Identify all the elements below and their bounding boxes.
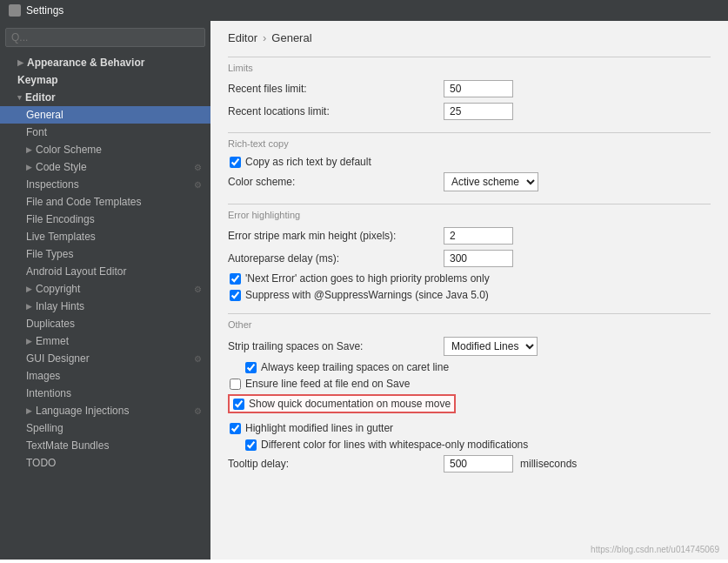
different-color-row: Different color for lines with whitespac… [228, 439, 711, 451]
settings-icon: ⚙ [194, 180, 202, 190]
sidebar-item-livetemplates[interactable]: Live Templates [0, 228, 210, 245]
error-highlighting-title: Error highlighting [228, 210, 711, 220]
recent-files-row: Recent files limit: [228, 80, 711, 97]
strip-trailing-label: Strip trailing spaces on Save: [228, 340, 437, 352]
next-error-checkbox[interactable] [230, 273, 241, 285]
sidebar-item-label: Code Style [36, 161, 87, 173]
tooltip-delay-unit: milliseconds [520, 458, 577, 470]
title-bar-text: Settings [26, 4, 63, 17]
sidebar-item-label: File Encodings [26, 213, 95, 225]
sidebar-item-inlayhints[interactable]: ▶Inlay Hints [0, 298, 210, 315]
suppress-row: Suppress with @SuppressWarnings (since J… [228, 289, 711, 301]
sidebar-item-label: Intentions [26, 387, 71, 399]
chevron-icon: ▶ [26, 145, 32, 154]
settings-icon: ⚙ [194, 354, 202, 364]
sidebar-item-label: Keymap [17, 74, 58, 86]
search-input[interactable] [5, 28, 205, 47]
sidebar-item-filecodetemplates[interactable]: File and Code Templates [0, 193, 210, 211]
show-quick-doc-label: Show quick documentation on mouse move [249, 398, 451, 410]
copy-as-rich-text-label: Copy as rich text by default [245, 156, 371, 168]
strip-trailing-row: Strip trailing spaces on Save: Modified … [228, 337, 711, 356]
different-color-label: Different color for lines with whitespac… [261, 439, 528, 451]
app-icon [9, 4, 21, 17]
sidebar-item-guidesigner[interactable]: GUI Designer⚙ [0, 350, 210, 367]
sidebar-item-colorscheme[interactable]: ▶Color Scheme [0, 141, 210, 158]
ensure-line-feed-row: Ensure line feed at file end on Save [228, 378, 711, 390]
tooltip-delay-input[interactable] [444, 455, 513, 473]
sidebar-item-label: Images [26, 370, 60, 382]
sidebar-item-label: Editor [25, 91, 56, 104]
chevron-icon: ▶ [26, 302, 32, 311]
sidebar-item-font[interactable]: Font [0, 124, 210, 141]
limits-section: Limits Recent files limit: Recent locati… [228, 57, 711, 120]
sidebar-item-inspections[interactable]: Inspections⚙ [0, 176, 210, 193]
error-stripe-input[interactable] [444, 227, 513, 245]
strip-trailing-select[interactable]: Modified Lines All None [444, 337, 538, 356]
sidebar-item-emmet[interactable]: ▶Emmet [0, 332, 210, 350]
copy-as-rich-text-row: Copy as rich text by default [228, 156, 711, 168]
sidebar-item-label: Color Scheme [36, 144, 102, 156]
autoreparse-row: Autoreparse delay (ms): [228, 250, 711, 267]
sidebar-item-label: File Types [26, 248, 73, 260]
error-stripe-row: Error stripe mark min height (pixels): [228, 227, 711, 245]
breadcrumb-part2: General [271, 31, 311, 44]
sidebar-item-label: General [26, 109, 63, 121]
color-scheme-select[interactable]: Active scheme Default [444, 172, 538, 191]
sidebar-item-label: Inspections [26, 178, 79, 191]
sidebar-item-languageinjections[interactable]: ▶Language Injections⚙ [0, 402, 210, 419]
sidebar-item-codestyle[interactable]: ▶Code Style⚙ [0, 158, 210, 176]
chevron-icon: ▶ [26, 406, 32, 415]
sidebar-item-label: Font [26, 126, 47, 138]
sidebar-item-textmatebundles[interactable]: TextMate Bundles [0, 437, 210, 454]
sidebar-item-androidlayout[interactable]: Android Layout Editor [0, 263, 210, 280]
sidebar-item-general[interactable]: General [0, 106, 210, 124]
highlight-modified-checkbox[interactable] [230, 423, 241, 434]
sidebar-item-intentions[interactable]: Intentions [0, 385, 210, 402]
limits-section-title: Limits [228, 63, 711, 73]
sidebar-item-label: GUI Designer [26, 352, 90, 365]
recent-files-label: Recent files limit: [228, 83, 437, 95]
chevron-icon: ▶ [26, 285, 32, 293]
sidebar-item-duplicates[interactable]: Duplicates [0, 315, 210, 332]
breadcrumb-sep: › [263, 31, 266, 44]
settings-icon: ⚙ [194, 285, 202, 294]
different-color-checkbox[interactable] [245, 439, 257, 451]
ensure-line-feed-checkbox[interactable] [230, 379, 241, 390]
autoreparse-input[interactable] [444, 250, 513, 267]
color-scheme-label: Color scheme: [228, 176, 437, 188]
ensure-line-feed-label: Ensure line feed at file end on Save [245, 378, 410, 390]
sidebar-item-label: Emmet [36, 335, 69, 347]
sidebar-item-copyright[interactable]: ▶Copyright⚙ [0, 280, 210, 298]
sidebar-item-keymap[interactable]: Keymap [0, 71, 210, 89]
suppress-checkbox[interactable] [230, 290, 241, 301]
rich-text-section: Rich-text copy Copy as rich text by defa… [228, 132, 711, 191]
always-keep-label: Always keep trailing spaces on caret lin… [261, 361, 449, 373]
always-keep-checkbox[interactable] [245, 362, 257, 373]
sidebar-item-label: Copyright [36, 283, 80, 295]
error-highlighting-section: Error highlighting Error stripe mark min… [228, 204, 711, 301]
sidebar-item-todo[interactable]: TODO [0, 454, 210, 472]
sidebar-item-appearance[interactable]: ▶Appearance & Behavior [0, 54, 210, 71]
content-area: Editor › General Limits Recent files lim… [210, 21, 728, 560]
show-quick-doc-highlighted-row: Show quick documentation on mouse move [228, 394, 456, 413]
sidebar-item-spelling[interactable]: Spelling [0, 419, 210, 437]
sidebar-item-filetypes[interactable]: File Types [0, 245, 210, 263]
sidebar-item-images[interactable]: Images [0, 367, 210, 385]
sidebar: ▶Appearance & BehaviorKeymap▾EditorGener… [0, 21, 210, 560]
highlight-modified-label: Highlight modified lines in gutter [245, 422, 393, 434]
next-error-label: 'Next Error' action goes to high priorit… [245, 272, 490, 285]
show-quick-doc-checkbox[interactable] [233, 399, 244, 410]
tooltip-delay-row: Tooltip delay: milliseconds [228, 455, 711, 473]
autoreparse-label: Autoreparse delay (ms): [228, 252, 437, 265]
sidebar-item-fileencodings[interactable]: File Encodings [0, 211, 210, 228]
search-box[interactable] [5, 28, 205, 47]
recent-locations-label: Recent locations limit: [228, 105, 437, 117]
main-container: ▶Appearance & BehaviorKeymap▾EditorGener… [0, 21, 728, 560]
recent-locations-input[interactable] [444, 103, 513, 120]
recent-files-input[interactable] [444, 80, 513, 97]
other-section-title: Other [228, 319, 711, 330]
copy-as-rich-text-checkbox[interactable] [230, 157, 241, 168]
sidebar-item-editor[interactable]: ▾Editor [0, 89, 210, 106]
suppress-label: Suppress with @SuppressWarnings (since J… [245, 289, 489, 301]
sidebar-item-label: Inlay Hints [36, 300, 84, 312]
